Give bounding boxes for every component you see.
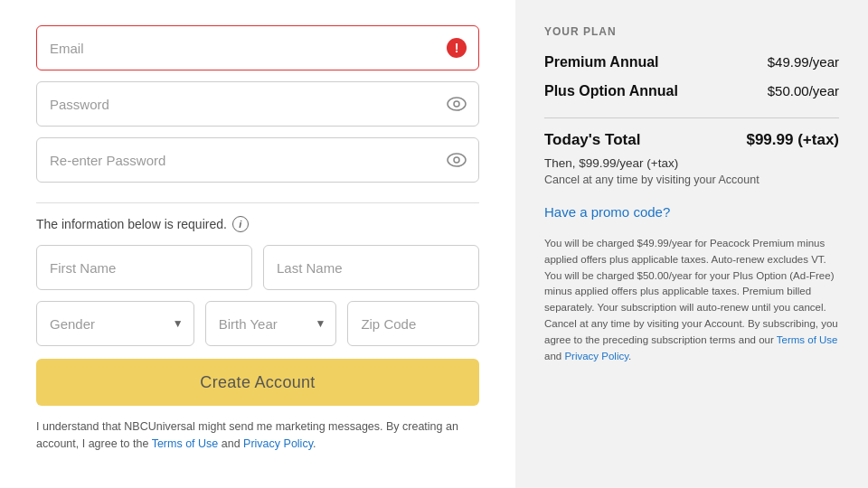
premium-row: Premium Annual $49.99/year xyxy=(544,54,839,70)
form-divider xyxy=(36,202,479,203)
left-panel: ! The infor xyxy=(0,0,515,488)
premium-name: Premium Annual xyxy=(544,54,659,70)
birth-year-select[interactable]: Birth Year xyxy=(205,301,337,346)
privacy-link[interactable]: Privacy Policy xyxy=(243,437,313,450)
legal-suffix: . xyxy=(628,351,631,361)
reenter-toggle-icon[interactable] xyxy=(447,153,467,167)
gender-wrapper: Gender Male Female Other Prefer not to s… xyxy=(36,301,194,346)
email-wrapper: ! xyxy=(36,25,479,70)
create-account-button[interactable]: Create Account xyxy=(36,359,479,406)
promo-code-link[interactable]: Have a promo code? xyxy=(544,204,839,220)
terms-and: and xyxy=(218,437,243,450)
terms-link[interactable]: Terms of Use xyxy=(152,437,219,450)
gender-select[interactable]: Gender Male Female Other Prefer not to s… xyxy=(36,301,194,346)
info-label: The information below is required. xyxy=(36,217,227,231)
reenter-wrapper xyxy=(36,137,479,183)
plan-label: YOUR PLAN xyxy=(544,25,839,38)
total-price: $99.99 (+tax) xyxy=(746,131,839,149)
svg-point-0 xyxy=(448,98,466,110)
password-toggle-icon[interactable] xyxy=(447,97,467,111)
last-name-input[interactable] xyxy=(263,245,479,290)
legal-privacy-link[interactable]: Privacy Policy xyxy=(564,351,628,361)
password-input[interactable] xyxy=(36,81,479,127)
total-label: Today's Total xyxy=(544,131,640,149)
total-row: Today's Total $99.99 (+tax) xyxy=(544,131,839,149)
plus-row: Plus Option Annual $50.00/year xyxy=(544,83,839,99)
svg-point-1 xyxy=(454,101,459,107)
email-error-icon: ! xyxy=(447,38,467,58)
zip-wrapper xyxy=(347,301,479,346)
legal-and: and xyxy=(544,351,564,361)
then-text: Then, $99.99/year (+tax) xyxy=(544,156,839,170)
zip-input[interactable] xyxy=(347,301,479,346)
birth-year-wrapper: Birth Year ▼ xyxy=(205,301,337,346)
svg-point-3 xyxy=(454,157,459,163)
svg-point-2 xyxy=(448,154,466,166)
terms-suffix: . xyxy=(313,437,316,450)
terms-text: I understand that NBCUniversal might sen… xyxy=(36,418,479,453)
plus-name: Plus Option Annual xyxy=(544,83,678,99)
plan-divider xyxy=(544,117,839,118)
info-text: The information below is required. i xyxy=(36,216,479,232)
select-row: Gender Male Female Other Prefer not to s… xyxy=(36,301,479,346)
email-group: ! xyxy=(36,25,479,70)
first-name-input[interactable] xyxy=(36,245,252,290)
plus-price: $50.00/year xyxy=(768,83,839,99)
reenter-password-input[interactable] xyxy=(36,137,479,183)
password-wrapper xyxy=(36,81,479,127)
premium-price: $49.99/year xyxy=(768,54,839,70)
right-panel: YOUR PLAN Premium Annual $49.99/year Plu… xyxy=(515,0,868,488)
legal-text: You will be charged $49.99/year for Peac… xyxy=(544,236,839,365)
legal-body: You will be charged $49.99/year for Peac… xyxy=(544,238,838,345)
error-icon-wrapper: ! xyxy=(447,38,467,58)
legal-terms-link[interactable]: Terms of Use xyxy=(777,334,838,345)
info-icon[interactable]: i xyxy=(232,216,249,232)
cancel-text: Cancel at any time by visiting your Acco… xyxy=(544,174,839,186)
email-input[interactable] xyxy=(36,25,479,70)
name-row xyxy=(36,245,479,290)
reenter-password-group xyxy=(36,137,479,183)
password-group xyxy=(36,81,479,127)
